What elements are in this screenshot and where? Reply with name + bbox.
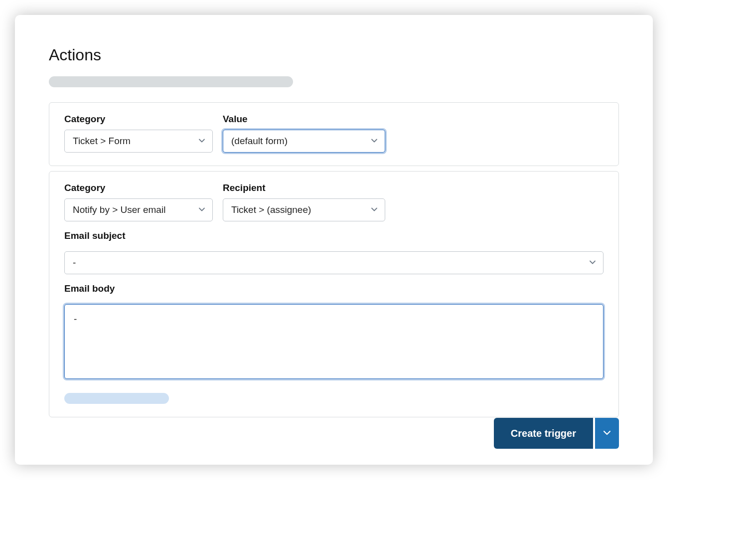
category-label: Category [64, 114, 213, 125]
select-value: - [73, 257, 76, 268]
create-trigger-dropdown-button[interactable] [595, 418, 619, 449]
email-subject-select[interactable]: - [64, 251, 604, 274]
chevron-down-icon [371, 136, 378, 147]
email-body-input[interactable] [64, 304, 604, 379]
chevron-down-icon [198, 136, 205, 147]
value-label: Value [223, 114, 385, 125]
chevron-down-icon [589, 257, 596, 268]
button-label: Create trigger [511, 428, 576, 439]
actions-panel: Actions Category Ticket > Form Value [15, 15, 653, 465]
chevron-down-icon [371, 204, 378, 215]
attachment-placeholder [64, 393, 169, 404]
category-label: Category [64, 182, 213, 193]
select-value: Notify by > User email [73, 204, 165, 215]
email-subject-label: Email subject [64, 230, 604, 241]
action-card: Category Ticket > Form Value (default fo… [49, 102, 619, 166]
category-select[interactable]: Ticket > Form [64, 130, 213, 153]
select-value: Ticket > Form [73, 136, 131, 147]
page-title: Actions [49, 46, 619, 64]
email-body-label: Email body [64, 283, 604, 294]
value-select[interactable]: (default form) [223, 130, 385, 153]
footer-actions: Create trigger [494, 418, 619, 449]
recipient-label: Recipient [223, 182, 385, 193]
recipient-select[interactable]: Ticket > (assignee) [223, 198, 385, 221]
chevron-down-icon [198, 204, 205, 215]
action-card: Category Notify by > User email Recipien… [49, 171, 619, 417]
select-value: (default form) [231, 136, 288, 147]
category-select[interactable]: Notify by > User email [64, 198, 213, 221]
subtitle-placeholder [49, 76, 293, 87]
select-value: Ticket > (assignee) [231, 204, 311, 215]
create-trigger-button[interactable]: Create trigger [494, 418, 593, 449]
chevron-down-icon [602, 428, 612, 439]
